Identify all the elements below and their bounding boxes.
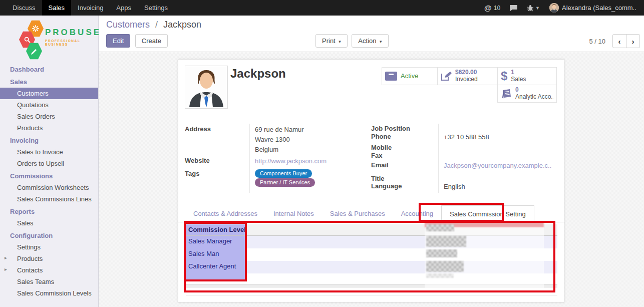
phone-value: +32 10 588 558 [444, 133, 489, 141]
at-icon: @ [484, 4, 492, 12]
customer-photo[interactable] [185, 66, 228, 109]
commission-level-cell[interactable]: Sales Man [186, 248, 246, 261]
menu-settings[interactable]: Settings [138, 0, 174, 16]
redacted-block [426, 224, 454, 231]
sidebar-item-orders-to-upsell[interactable]: Orders to Upsell [0, 158, 98, 169]
title-label: Title [371, 175, 385, 182]
field-separator [249, 124, 250, 193]
print-label: Print [322, 37, 336, 45]
sidebar-item-quotations[interactable]: Quotations [0, 99, 98, 111]
menu-invoicing[interactable]: Invoicing [71, 0, 110, 16]
sidebar-item-config-contacts[interactable]: ▸Contacts [0, 264, 98, 276]
redacted-block [426, 236, 466, 247]
active-label: Active [401, 73, 418, 80]
address-line-3: Belgium [255, 146, 278, 153]
breadcrumb-customers[interactable]: Customers [106, 20, 150, 30]
phone-label: Phone [371, 133, 391, 140]
address-label: Address [185, 125, 211, 133]
invoiced-label: Invoiced [455, 76, 478, 83]
breadcrumb-separator: / [155, 20, 158, 30]
action-dropdowns: Print ▾ Action ▾ [315, 34, 391, 48]
pencil-ruler-icon [31, 48, 38, 55]
sidebar-item-sales-commissions-lines[interactable]: Sales Commissions Lines [0, 193, 98, 205]
left-sidebar: PROBUSE PROFESSIONAL BUSINESS Dashboard … [0, 16, 99, 307]
active-stat-button[interactable]: Active [382, 67, 438, 85]
sidebar-section-reports[interactable]: Reports [0, 205, 98, 217]
messages-button[interactable] [509, 5, 518, 12]
sidebar-section-commissions[interactable]: Commissions [0, 169, 98, 182]
sidebar-section-sales[interactable]: Sales [0, 75, 98, 88]
tab-internal-notes[interactable]: Internal Notes [265, 205, 322, 222]
sidebar-section-configuration[interactable]: Configuration [0, 229, 98, 241]
commission-level-header[interactable]: Commission Level [186, 224, 246, 235]
invoiced-stat-button[interactable]: $620.00 Invoiced [437, 67, 498, 85]
sidebar-item-products[interactable]: Products [0, 122, 98, 134]
logo-tagline: PROFESSIONAL BUSINESS [45, 39, 101, 46]
edit-pencil-icon [441, 71, 452, 81]
control-panel: Customers / Jackpson Edit Create Print ▾… [99, 16, 644, 52]
systray: @ 10 ▼ Alexandra (Sales_comm.. [480, 0, 644, 16]
tab-contacts-addresses[interactable]: Contacts & Addresses [185, 205, 265, 222]
tab-accounting[interactable]: Accounting [393, 205, 441, 222]
invoiced-value: $620.00 [455, 69, 478, 76]
sidebar-item-sales-to-invoice[interactable]: Sales to Invoice [0, 146, 98, 158]
commission-level-cell[interactable]: Callcenter Agent [186, 261, 246, 273]
pager-next-button[interactable]: › [626, 34, 640, 48]
sidebar-item-label: Products [17, 255, 43, 262]
sheet-divider [186, 295, 557, 295]
language-value: English [444, 183, 465, 190]
expand-arrow-icon[interactable]: ▸ [5, 266, 7, 272]
sidebar-item-config-products[interactable]: ▸Products [0, 253, 98, 264]
sidebar-item-label: Contacts [17, 266, 43, 274]
tab-sales-commission-setting[interactable]: Sales Commission Setting [441, 205, 534, 222]
create-button[interactable]: Create [135, 34, 168, 48]
tag-partner-it-services[interactable]: Partner / IT Services [255, 178, 315, 187]
commission-level-cell[interactable]: Sales Manager [186, 236, 246, 248]
mentions-button[interactable]: @ 10 [484, 4, 500, 12]
analytic-count-value: 0 [515, 87, 553, 94]
sidebar-item-settings[interactable]: Settings [0, 241, 98, 253]
mobile-label: Mobile [371, 144, 392, 151]
sidebar-item-sales-commission-levels[interactable]: Sales Commission Levels [0, 287, 98, 299]
pager: 5 / 10 ‹ › [589, 34, 640, 48]
sidebar-item-sales-orders[interactable]: Sales Orders [0, 111, 98, 122]
menu-sales[interactable]: Sales [42, 0, 72, 16]
chat-bubble-icon [509, 5, 518, 12]
analytic-count-label: Analytic Acco... [515, 94, 553, 101]
gear-icon [32, 25, 40, 33]
print-dropdown[interactable]: Print ▾ [315, 34, 348, 48]
sidebar-item-customers[interactable]: Customers [0, 88, 98, 99]
email-link[interactable]: Jackpson@yourcompany.example.c.. [444, 162, 551, 169]
sidebar-item-sales-teams[interactable]: Sales Teams [0, 276, 98, 287]
sidebar-item-commission-worksheets[interactable]: Commission Worksheets [0, 182, 98, 193]
logo-title: PROBUSE [45, 28, 101, 38]
email-label: Email [371, 161, 389, 169]
probuse-logo: PROBUSE PROFESSIONAL BUSINESS [0, 16, 98, 60]
sidebar-item-reports-sales[interactable]: Sales [0, 217, 98, 229]
website-link[interactable]: http://www.jackpson.com [255, 157, 327, 165]
user-avatar[interactable] [549, 3, 559, 13]
tab-sales-purchases[interactable]: Sales & Purchases [322, 205, 393, 222]
sidebar-section-invoicing[interactable]: Invoicing [0, 134, 98, 146]
tags-label: Tags [185, 170, 199, 177]
tag-components-buyer[interactable]: Components Buyer [255, 169, 312, 178]
user-name[interactable]: Alexandra (Sales_comm.. [562, 4, 641, 12]
redacted-block [426, 249, 457, 257]
website-label: Website [185, 157, 210, 164]
action-label: Action [358, 37, 376, 45]
sales-stat-button[interactable]: $ 1 Sales [497, 67, 557, 85]
field-separator [438, 124, 439, 193]
archive-icon [385, 72, 397, 81]
action-dropdown[interactable]: Action ▾ [352, 34, 388, 48]
menu-discuss[interactable]: Discuss [6, 0, 42, 16]
breadcrumb-current: Jackpson [163, 20, 201, 30]
pager-previous-button[interactable]: ‹ [612, 34, 626, 48]
sidebar-section-dashboard[interactable]: Dashboard [0, 63, 98, 75]
dollar-icon: $ [501, 69, 507, 83]
debug-menu-button[interactable]: ▼ [527, 5, 540, 12]
menu-apps[interactable]: Apps [110, 0, 138, 16]
chevron-down-icon: ▼ [535, 6, 540, 11]
edit-button[interactable]: Edit [106, 34, 130, 48]
analytic-stat-button[interactable]: 0 Analytic Acco... [497, 85, 557, 103]
expand-arrow-icon[interactable]: ▸ [5, 255, 7, 260]
